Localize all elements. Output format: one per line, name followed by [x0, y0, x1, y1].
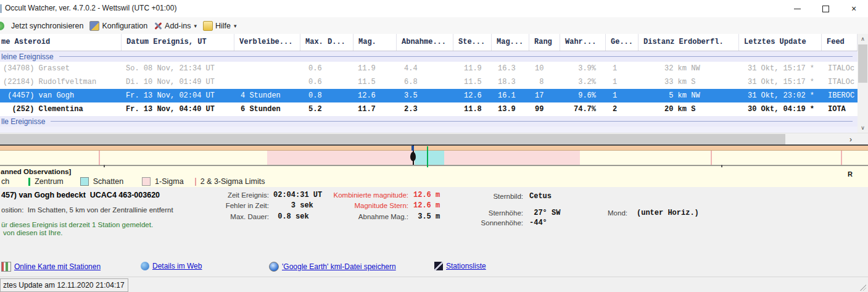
legend-item-schatten: Schatten [93, 177, 123, 186]
zeit-label: Zeit Ereignis: [207, 191, 269, 199]
toolbar-addins-button[interactable]: Add-ins ▾ [151, 17, 200, 34]
col-header-abnahme[interactable]: Abnahme... [397, 34, 453, 51]
group-header-alle-ereignisse[interactable]: lle Ereignisse [0, 116, 858, 127]
occultation-timeline [0, 144, 868, 167]
legend-item-ich: ch [1, 177, 9, 186]
shadow-swatch [80, 177, 89, 186]
addins-tools-icon [154, 22, 162, 30]
timeline-scale-strip [0, 146, 868, 151]
toolbar-help-button[interactable]: Hilfe ▾ [200, 17, 240, 34]
sigma23-line-swatch [195, 178, 196, 186]
last-update-text: ztes Update am 12.11.2020 21:04:17 [3, 281, 125, 290]
sonnenhoehe-value: -44° [529, 219, 547, 227]
station-list-link[interactable]: Stationsliste [434, 262, 486, 270]
toolbar-config-button[interactable]: Konfiguration [86, 17, 151, 34]
sync-icon [0, 22, 4, 30]
shadow-region [415, 151, 444, 165]
legend-item-23sigma: 2 & 3-Sigma Limits [200, 177, 265, 186]
config-icon [89, 21, 99, 31]
col-header-stern[interactable]: Ste... [453, 34, 492, 51]
magnitude-stern-value: 12.6 m [413, 201, 440, 210]
fehler-label: Fehler in Zeit: [207, 202, 269, 209]
stations-reported-line: ür dieses Ereignis ist derzeit 1 Station… [1, 221, 153, 228]
col-header-ge[interactable]: Ge... [606, 34, 639, 51]
help-icon [203, 21, 213, 31]
sternhoehe-label: Sternhöhe: [461, 209, 523, 217]
col-header-mag[interactable]: Mag. [353, 34, 397, 51]
legend-right-label: R [848, 170, 853, 178]
magnitude-stern-label: Magnitude Stern: [284, 202, 408, 209]
resize-grip-icon[interactable] [860, 285, 866, 291]
kombinierte-magnitude-label: Kombinierte magnitude: [284, 191, 408, 199]
group-divider-line [51, 121, 853, 122]
toolbar: Jetzt synchronisieren Konfiguration Add-… [0, 17, 868, 35]
legend-item-1sigma: 1-Sigma [155, 177, 184, 186]
sternbild-value: Cetus [529, 192, 552, 201]
title-bar: Occult Watcher, ver. 4.7.0.2 - Wettswil … [0, 0, 868, 17]
vertical-scrollbar-thumb[interactable] [858, 44, 867, 83]
table-row-clementina[interactable]: (252) ClementinaFr. 13 Nov, 04:40 UT6 St… [0, 102, 858, 116]
center-line [427, 146, 428, 167]
event-details-panel: 457) van Gogh bedeckt UCAC4 463-003620 o… [0, 187, 868, 277]
col-header-wahrscheinlichkeit[interactable]: Wahr... [560, 34, 606, 51]
col-header-verbleibend[interactable]: Verbleibe... [234, 34, 300, 51]
scroll-right-button[interactable]: › [844, 133, 858, 145]
web-details-link[interactable]: Details im Web [141, 262, 202, 270]
vertical-scrollbar[interactable]: ∧ ∨ [858, 34, 868, 133]
maximize-button[interactable] [811, 0, 840, 17]
legend-title: anned Observations] [1, 168, 71, 175]
map-icon [1, 262, 11, 272]
maximize-icon [822, 6, 829, 12]
window-title: Occult Watcher, ver. 4.7.0.2 - Wettswil … [5, 4, 176, 12]
event-title: 457) van Gogh bedeckt UCAC4 463-003620 [1, 191, 160, 199]
group-divider-line [59, 56, 853, 57]
sigma1-swatch [142, 177, 151, 186]
col-header-feed[interactable]: Feed [822, 34, 858, 51]
occult-watcher-window: Occult Watcher, ver. 4.7.0.2 - Wettswil … [0, 0, 868, 292]
dauer-label: Max. Dauer: [207, 213, 269, 220]
mond-value: (unter Horiz.) [637, 209, 699, 217]
col-header-mag2[interactable]: Mag... [492, 34, 529, 51]
col-header-asteroid[interactable]: me Asteroid [0, 34, 122, 51]
horizontal-scrollbar[interactable]: › [0, 133, 868, 145]
kombinierte-magnitude-value: 12.6 m [413, 191, 440, 199]
col-header-letztes-update[interactable]: Letztes Update [739, 34, 822, 51]
chevron-down-icon: ▾ [234, 23, 237, 29]
col-header-rang[interactable]: Rang [529, 34, 560, 51]
sigma-limit-line [841, 151, 842, 165]
status-panel: ztes Update am 12.11.2020 21:04:17 [0, 278, 128, 292]
abnahme-mag-label: Abnahme Mag.: [284, 213, 408, 220]
close-button[interactable]: × [840, 0, 868, 17]
table-row-grasset[interactable]: (34708) GrassetSo. 08 Nov, 21:34 UT0.611… [0, 62, 858, 75]
sternbild-label: Sternbild: [461, 193, 523, 200]
table-row-rudolfveltman[interactable]: (22184) RudolfveltmanDi. 10 Nov, 01:49 U… [0, 75, 858, 89]
app-icon [0, 4, 2, 13]
google-earth-kml-link[interactable]: 'Google Earth' kml-Datei speichern [269, 262, 396, 272]
online-map-link[interactable]: Online Karte mit Stationen [1, 262, 101, 272]
station-list-icon [434, 262, 443, 270]
mond-label: Mond: [590, 209, 627, 217]
horizontal-scrollbar-thumb[interactable] [0, 134, 785, 144]
sigma-limit-line [711, 151, 712, 165]
scroll-up-button[interactable]: ∧ [858, 34, 868, 44]
globe-icon [269, 262, 279, 272]
col-header-max-dauer[interactable]: Max. D... [300, 34, 353, 51]
sternhoehe-value: 27° SW [529, 209, 560, 217]
col-header-datum[interactable]: Datum Ereignis, UT [122, 34, 234, 51]
position-line: osition: Im Schatten, 5 km von der Zentr… [1, 206, 173, 214]
browser-icon [141, 262, 149, 270]
scroll-down-button[interactable]: ∨ [858, 123, 868, 133]
table-row-van-gogh-selected[interactable]: (4457) van GoghFr. 13 Nov, 02:04 UT4 Stu… [0, 89, 858, 102]
toolbar-sync-button[interactable]: Jetzt synchronisieren [6, 17, 86, 34]
sonnenhoehe-label: Sonnenhöhe: [461, 219, 523, 227]
minimize-button[interactable] [783, 0, 811, 17]
table-header-row: me Asteroid Datum Ereignis, UT Verbleibe… [0, 34, 858, 51]
group-header-meine-ereignisse[interactable]: leine Ereignisse [0, 51, 858, 62]
station-marker[interactable] [410, 152, 416, 161]
status-bar: ztes Update am 12.11.2020 21:04:17 [0, 277, 868, 292]
event-time-tick [411, 146, 414, 151]
col-header-distanz[interactable]: Distanz Erdoberfl. [639, 34, 739, 51]
minimize-icon [794, 9, 801, 9]
abnahme-mag-value: 3.5 m [413, 212, 440, 221]
center-line-swatch [28, 178, 30, 186]
